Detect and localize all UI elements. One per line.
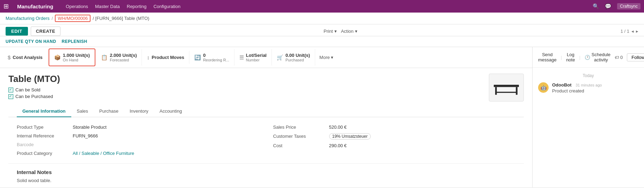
stat-cost-label: Cost Analysis [13,55,43,60]
stat-reordering[interactable]: 🔄 0 Reordering R... [189,49,234,66]
tab-inventory[interactable]: Inventory [124,106,154,117]
breadcrumb-sep1: / [52,16,53,21]
can-be-sold-checkbox[interactable] [8,88,13,92]
prev-page-icon[interactable]: ◂ [631,29,634,34]
label-sales-price: Sales Price [273,125,329,130]
nav-configuration[interactable]: Configuration [153,4,180,9]
breadcrumb: Manufacturing Orders / WH/MO/00006 / [FU… [0,13,644,24]
print-button[interactable]: Print ▾ [324,29,337,34]
stat-more-chevron-icon: ▾ [331,55,333,60]
create-button[interactable]: CREATE [31,27,60,36]
notes-title: Internal Notes [17,169,515,175]
chat-message: 🤖 OdooBot 31 minutes ago Product created [538,82,638,93]
app-grid-icon[interactable]: ⊞ [3,2,9,10]
right-panel-actions: 🏷 0 Follow ▾ 1 [615,53,644,61]
print-chevron-icon: ▾ [334,29,337,34]
stat-forecasted-text: 2.000 Unit(s) Forecasted [110,53,137,62]
label-cost: Cost [273,143,329,148]
product-image [489,74,524,101]
value-cost: 290.00 € [329,143,347,148]
svg-rect-0 [494,85,519,87]
app-name: Manufacturing [17,3,53,9]
update-qty-button[interactable]: UPDATE QTY ON HAND [6,38,56,45]
stat-more-label: More [319,55,330,60]
chat-date-label: Today [538,73,638,78]
value-customer-taxes[interactable]: 19% Umsatzsteuer [329,133,371,140]
print-label: Print [324,29,333,34]
stat-more-button[interactable]: More ▾ [315,51,338,63]
nav-master-data[interactable]: Master Data [95,4,120,9]
rph-sep2: | [579,55,580,60]
chat-body: OdooBot 31 minutes ago Product created [552,82,638,93]
edit-button[interactable]: EDIT [6,27,28,36]
tab-sales[interactable]: Sales [71,106,94,117]
sub-action-bar: UPDATE QTY ON HAND REPLENISH [0,36,644,47]
chat-sender: OdooBot [552,82,572,88]
stat-forecasted[interactable]: 📋 2.000 Unit(s) Forecasted [96,49,142,66]
right-panel-header: Send message | Log note | 🕐 Schedule act… [533,47,644,68]
follow-button[interactable]: Follow ▾ [627,53,644,61]
stat-on-hand[interactable]: 📦 1.000 Unit(s) On Hand [49,48,95,66]
search-icon[interactable]: 🔍 [593,3,599,9]
action-bar-right: 1 / 1 ◂ ▸ [621,29,638,34]
schedule-activity-label: Schedule activity [592,52,610,62]
stat-lot-serial[interactable]: ☰ Lot/Serial Number [234,49,272,66]
tags-button[interactable]: 🏷 0 [615,55,623,60]
stat-on-hand-num: 1.000 Unit(s) [63,53,90,58]
chat-time: 31 minutes ago [576,83,602,87]
stat-cost-analysis[interactable]: $ Cost Analysis [3,51,48,64]
breadcrumb-current-id[interactable]: WH/MO/00006 [55,15,91,22]
stat-product-moves[interactable]: ↕ Product Moves [142,51,189,64]
stat-forecasted-label: Forecasted [110,58,137,62]
stat-reorder-text: 0 Reordering R... [203,53,229,62]
main-layout: $ Cost Analysis 📦 1.000 Unit(s) On Hand … [0,47,644,187]
form-row-customer-taxes: Customer Taxes 19% Umsatzsteuer [273,131,516,141]
list-icon: ☰ [239,54,244,61]
tab-inventory-label: Inventory [130,108,148,114]
next-page-icon[interactable]: ▸ [636,29,638,34]
value-category[interactable]: All / Saleable / Office Furniture [73,151,134,156]
nav-operations[interactable]: Operations [66,4,88,9]
action-bar-left: EDIT CREATE [6,27,60,36]
internal-notes: Internal Notes Solid wood table. [8,163,524,187]
chat-icon[interactable]: 💬 [605,3,612,9]
action-chevron-icon: ▾ [355,29,357,34]
form-row-cost: Cost 290.00 € [273,141,516,150]
label-barcode: Barcode [17,142,73,147]
refresh-icon: 🔄 [194,54,201,61]
arrows-icon: ↕ [147,54,150,60]
breadcrumb-root[interactable]: Manufacturing Orders [6,16,50,21]
value-internal-ref: FURN_9666 [73,133,98,138]
label-product-type: Product Type [17,125,73,130]
stat-purchased-num: 0.00 Unit(s) [285,53,310,58]
schedule-activity-button[interactable]: 🕐 Schedule activity [585,52,610,62]
stat-purchased[interactable]: 🛒 0.00 Unit(s) Purchased [272,49,315,66]
stat-lot-sublabel: Number [246,58,267,62]
stat-on-hand-label: On Hand [63,58,90,62]
value-sales-price: 520.00 € [329,125,347,130]
action-bar: EDIT CREATE Print ▾ Action ▾ 1 / 1 ◂ ▸ [0,24,644,36]
notes-text: Solid wood table. [17,178,515,183]
tag-icon: 🏷 [615,55,619,60]
tab-bar: General Information Sales Purchase Inven… [8,106,524,117]
can-be-purchased-checkbox[interactable] [8,94,13,99]
stat-forecasted-num: 2.000 Unit(s) [110,53,137,58]
tab-purchase[interactable]: Purchase [94,106,124,117]
tab-accounting[interactable]: Accounting [154,106,187,117]
nav-links: Operations Master Data Reporting Configu… [66,4,180,9]
form-left-col: Product Type Storable Product Internal R… [17,123,259,158]
stat-lot-text: Lot/Serial Number [246,53,267,62]
tab-general-information[interactable]: General Information [17,106,71,117]
company-badge[interactable]: Craftsync [617,3,641,9]
can-be-purchased-label: Can be Purchased [15,94,53,99]
stat-bar: $ Cost Analysis 📦 1.000 Unit(s) On Hand … [0,47,532,68]
replenish-button[interactable]: REPLENISH [62,38,87,45]
nav-reporting[interactable]: Reporting [127,4,146,9]
breadcrumb-page-title: / [FURN_9666] Table (MTO) [93,16,149,21]
stat-moves-label: Product Moves [152,55,184,60]
log-note-button[interactable]: Log note [566,51,575,64]
form-row-category: Product Category All / Saleable / Office… [17,149,259,158]
send-message-button[interactable]: Send message [538,51,557,64]
stat-reorder-label: Reordering R... [203,58,229,62]
action-button[interactable]: Action ▾ [341,29,357,34]
